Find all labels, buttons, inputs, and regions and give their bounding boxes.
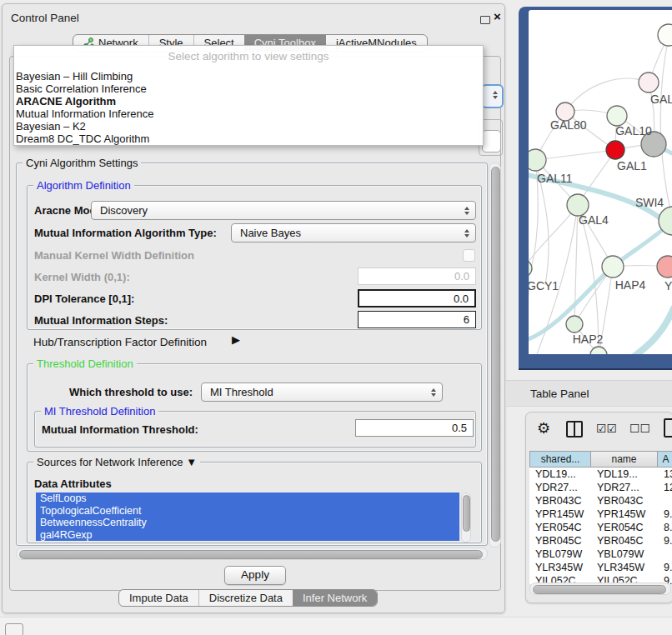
apply-button[interactable]: Apply (224, 566, 286, 585)
network-node-hap4[interactable] (602, 256, 624, 278)
network-node-gal1[interactable] (606, 141, 624, 159)
network-node-gal11[interactable] (529, 149, 546, 171)
network-node-hap2[interactable] (566, 316, 583, 332)
algorithm-definition-group: Algorithm Definition Aracne Mode: Discov… (27, 185, 482, 330)
network-node[interactable] (658, 24, 672, 46)
select-all-checkbox-icon[interactable]: ☑☑ (596, 422, 617, 435)
algorithm-definition-title: Algorithm Definition (33, 179, 134, 192)
settings-vertical-scrollbar (489, 162, 501, 548)
algorithm-dropdown: Select algorithm to view settings Bayesi… (13, 45, 484, 146)
column-header-shared-name[interactable]: shared... (529, 451, 591, 468)
dropdown-item[interactable]: Bayesian – K2 (16, 120, 86, 132)
list-item[interactable]: BetweennessCentrality (36, 517, 459, 529)
combo-arrows-icon (464, 229, 469, 238)
network-node-salmon[interactable] (657, 256, 672, 278)
network-node-gal10[interactable] (607, 106, 627, 126)
network-canvas[interactable]: GAL GAL80 GAL10 GAL1 GAL11 SWI4 GAL4 HAP… (529, 10, 672, 354)
network-node-gcy1[interactable] (529, 260, 532, 277)
settings-vertical-scrollbar-thumb[interactable] (491, 167, 500, 542)
hidden-combo-edge (482, 130, 501, 152)
dropdown-item[interactable]: Dream8 DC_TDC Algorithm (16, 132, 149, 145)
data-attributes-list: SelfLoops TopologicalCoefficient Between… (36, 492, 459, 541)
bottom-tabbar: Impute Data Discretize Data Infer Networ… (118, 589, 378, 607)
table-row[interactable]: YDR27...YDR27...12 (529, 481, 672, 494)
expand-arrow-icon[interactable]: ▶ (232, 333, 240, 346)
inference-algorithm-combo-focus-ring[interactable] (481, 84, 504, 108)
application-root: Control Panel × Network Style Select Cyn… (0, 0, 672, 635)
tab-discretize-data[interactable]: Discretize Data (198, 590, 293, 606)
column-header-partial[interactable]: A (658, 451, 672, 468)
mi-steps-field[interactable]: 6 (358, 311, 476, 328)
dpi-tolerance-field[interactable]: 0.0 (358, 289, 476, 308)
svg-text:GAL10: GAL10 (615, 124, 652, 138)
dropdown-placeholder: Select algorithm to view settings (14, 50, 483, 62)
attributes-scrollbar (461, 492, 471, 542)
network-node-gal2[interactable] (639, 72, 659, 92)
table-row[interactable]: YBR043CYBR043C (529, 494, 672, 508)
manual-kernel-checkbox[interactable] (463, 249, 475, 262)
svg-text:GAL4: GAL4 (579, 213, 609, 227)
kernel-width-field[interactable]: 0.0 (358, 268, 476, 285)
file-icon[interactable] (664, 418, 672, 438)
table-row[interactable]: YER054CYER054C8. (529, 521, 672, 534)
threshold-definition-group: Threshold Definition Which threshold to … (27, 363, 482, 452)
table-row[interactable]: YDL19...YDL19...13 (529, 468, 672, 481)
dropdown-item[interactable]: Mutual Information Inference (16, 108, 153, 120)
data-attributes-label: Data Attributes (34, 478, 112, 490)
table-row[interactable]: YLR345WYLR345W9. (529, 561, 672, 574)
dropdown-item[interactable]: Basic Correlation Inference (16, 82, 147, 95)
svg-text:GAL11: GAL11 (537, 172, 573, 185)
dropdown-item-selected[interactable]: ARACNE Algorithm (16, 95, 116, 108)
sources-group: Sources for Network Inference ▼ Data Att… (27, 462, 482, 543)
aracne-mode-combo[interactable]: Discovery (91, 201, 476, 220)
combo-arrows-icon (464, 207, 469, 215)
mi-type-label: Mutual Information Algorithm Type: (34, 227, 217, 239)
svg-text:SWI4: SWI4 (635, 196, 664, 209)
column-header-name[interactable]: name (591, 451, 658, 468)
settings-group-title: Cyni Algorithm Settings (23, 157, 141, 169)
svg-text:GCY1: GCY1 (529, 279, 559, 292)
attributes-scrollbar-thumb[interactable] (463, 495, 470, 532)
status-strip (0, 617, 672, 635)
gear-icon[interactable]: ⚙ (537, 419, 550, 438)
sources-title: Sources for Network Inference ▼ (33, 456, 200, 468)
hub-definition-label: Hub/Transcription Factor Definition (33, 336, 207, 348)
kernel-width-label: Kernel Width (0,1): (34, 271, 130, 283)
mi-steps-label: Mutual Information Steps: (34, 314, 168, 327)
combo-arrows-icon (493, 91, 498, 94)
deselect-all-checkbox-icon[interactable]: ☐☐ (629, 422, 650, 435)
table-row[interactable]: YBR045CYBR045C9. (529, 534, 672, 548)
tab-infer-network[interactable]: Infer Network (293, 590, 377, 606)
cyni-algorithm-settings-group: Cyni Algorithm Settings Algorithm Defini… (16, 162, 488, 546)
mi-threshold-definition-title: MI Threshold Definition (41, 405, 158, 418)
columns-icon[interactable] (566, 421, 583, 438)
mi-algorithm-type-combo[interactable]: Naive Bayes (231, 223, 476, 242)
corner-widget-icon[interactable] (5, 623, 23, 635)
svg-text:GAL1: GAL1 (617, 159, 647, 172)
settings-horizontal-scrollbar-thumb[interactable] (19, 550, 483, 559)
list-item[interactable]: SelfLoops (36, 492, 459, 505)
collapse-arrow-icon[interactable]: ▼ (186, 456, 197, 468)
table-horizontal-scrollbar-thumb[interactable] (533, 585, 666, 594)
svg-text:GAL: GAL (650, 92, 672, 106)
svg-text:HAP2: HAP2 (573, 332, 604, 346)
table-window: ⚙ ☑☑ ☐☐ shared... name A YDL19...YDL19..… (525, 412, 672, 603)
list-item[interactable]: TopologicalCoefficient (36, 505, 459, 518)
dropdown-item[interactable]: Bayesian – Hill Climbing (16, 70, 133, 82)
which-threshold-combo[interactable]: MI Threshold (201, 382, 443, 402)
table-body: YDL19...YDL19...13 YDR27...YDR27...12 YB… (529, 468, 672, 584)
mi-threshold-label: Mutual Information Threshold: (42, 423, 198, 436)
combo-arrows-icon (431, 388, 436, 397)
close-icon[interactable]: × (494, 9, 501, 23)
table-row[interactable]: YBL079WYBL079W (529, 548, 672, 561)
mi-threshold-definition-group: MI Threshold Definition Mutual Informati… (34, 411, 476, 448)
tab-impute-data[interactable]: Impute Data (119, 590, 198, 606)
threshold-definition-title: Threshold Definition (33, 358, 137, 370)
table-row[interactable]: YPR145WYPR145W9. (529, 508, 672, 521)
svg-text:HAP4: HAP4 (615, 278, 646, 292)
table-horizontal-scrollbar (529, 582, 671, 595)
mi-threshold-field[interactable]: 0.5 (355, 419, 474, 437)
network-node-labels: GAL GAL80 GAL10 GAL1 GAL11 SWI4 GAL4 HAP… (529, 92, 672, 346)
list-item[interactable]: gal4RGexp (36, 529, 459, 542)
float-window-icon[interactable] (480, 16, 490, 24)
